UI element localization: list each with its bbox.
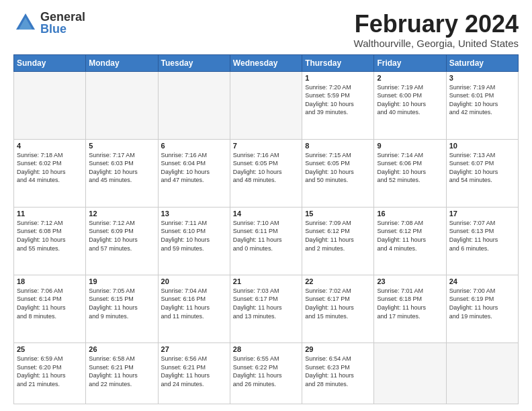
day-info: Sunrise: 6:59 AMSunset: 6:20 PMDaylight:… xyxy=(17,355,83,388)
calendar-cell: 6Sunrise: 7:16 AMSunset: 6:04 PMDaylight… xyxy=(158,139,230,207)
day-info: Sunrise: 7:17 AMSunset: 6:03 PMDaylight:… xyxy=(89,151,154,185)
calendar-cell: 29Sunrise: 6:54 AMSunset: 6:23 PMDayligh… xyxy=(302,342,374,404)
calendar-cell: 11Sunrise: 7:12 AMSunset: 6:08 PMDayligh… xyxy=(14,207,86,275)
day-info: Sunrise: 7:03 AMSunset: 6:17 PMDaylight:… xyxy=(233,287,299,320)
day-info: Sunrise: 7:04 AMSunset: 6:16 PMDaylight:… xyxy=(161,287,227,320)
logo-general-label: General xyxy=(40,11,85,23)
day-number: 15 xyxy=(305,210,371,218)
day-number: 29 xyxy=(305,345,371,353)
calendar-cell xyxy=(374,342,446,404)
day-number: 16 xyxy=(377,210,443,218)
calendar-cell: 7Sunrise: 7:16 AMSunset: 6:05 PMDaylight… xyxy=(230,139,302,207)
day-info: Sunrise: 7:14 AMSunset: 6:06 PMDaylight:… xyxy=(377,151,443,185)
day-info: Sunrise: 7:09 AMSunset: 6:12 PMDaylight:… xyxy=(305,219,371,253)
header: General Blue February 2024 Walthourville… xyxy=(13,11,519,49)
week-row-0: 1Sunrise: 7:20 AMSunset: 5:59 PMDaylight… xyxy=(14,71,519,139)
calendar-cell xyxy=(230,71,302,139)
day-number: 5 xyxy=(89,142,154,150)
weekday-header-monday: Monday xyxy=(86,54,158,71)
day-number: 25 xyxy=(17,345,83,353)
day-number: 4 xyxy=(17,142,83,150)
calendar-cell: 27Sunrise: 6:56 AMSunset: 6:21 PMDayligh… xyxy=(158,342,230,404)
week-row-4: 25Sunrise: 6:59 AMSunset: 6:20 PMDayligh… xyxy=(14,342,519,404)
calendar-cell: 24Sunrise: 7:00 AMSunset: 6:19 PMDayligh… xyxy=(446,275,518,342)
day-info: Sunrise: 6:58 AMSunset: 6:21 PMDaylight:… xyxy=(89,355,154,388)
logo-icon xyxy=(13,11,38,35)
weekday-header-tuesday: Tuesday xyxy=(158,54,230,71)
day-number: 2 xyxy=(377,74,443,82)
logo: General Blue xyxy=(13,11,85,35)
calendar-cell: 13Sunrise: 7:11 AMSunset: 6:10 PMDayligh… xyxy=(158,207,230,275)
day-info: Sunrise: 7:10 AMSunset: 6:11 PMDaylight:… xyxy=(233,219,299,253)
calendar-cell: 18Sunrise: 7:06 AMSunset: 6:14 PMDayligh… xyxy=(14,275,86,342)
weekday-header-row: SundayMondayTuesdayWednesdayThursdayFrid… xyxy=(14,54,519,71)
day-number: 12 xyxy=(89,210,154,218)
calendar-cell: 12Sunrise: 7:12 AMSunset: 6:09 PMDayligh… xyxy=(86,207,158,275)
page: General Blue February 2024 Walthourville… xyxy=(0,0,532,411)
calendar-cell xyxy=(14,71,86,139)
day-number: 26 xyxy=(89,345,154,353)
weekday-header-friday: Friday xyxy=(374,54,446,71)
day-info: Sunrise: 7:02 AMSunset: 6:17 PMDaylight:… xyxy=(305,287,371,320)
title-block: February 2024 Walthourville, Georgia, Un… xyxy=(354,11,519,49)
day-info: Sunrise: 7:20 AMSunset: 5:59 PMDaylight:… xyxy=(305,83,371,117)
day-number: 1 xyxy=(305,74,371,82)
day-number: 20 xyxy=(161,277,227,285)
day-info: Sunrise: 7:01 AMSunset: 6:18 PMDaylight:… xyxy=(377,287,443,320)
week-row-3: 18Sunrise: 7:06 AMSunset: 6:14 PMDayligh… xyxy=(14,275,519,342)
calendar-cell: 9Sunrise: 7:14 AMSunset: 6:06 PMDaylight… xyxy=(374,139,446,207)
day-number: 21 xyxy=(233,277,299,285)
week-row-2: 11Sunrise: 7:12 AMSunset: 6:08 PMDayligh… xyxy=(14,207,519,275)
day-number: 8 xyxy=(305,142,371,150)
day-info: Sunrise: 7:19 AMSunset: 6:01 PMDaylight:… xyxy=(449,83,515,117)
calendar-table: SundayMondayTuesdayWednesdayThursdayFrid… xyxy=(13,54,519,404)
day-info: Sunrise: 6:55 AMSunset: 6:22 PMDaylight:… xyxy=(233,355,299,388)
calendar-cell: 2Sunrise: 7:19 AMSunset: 6:00 PMDaylight… xyxy=(374,71,446,139)
day-info: Sunrise: 7:16 AMSunset: 6:04 PMDaylight:… xyxy=(161,151,227,185)
calendar-cell: 20Sunrise: 7:04 AMSunset: 6:16 PMDayligh… xyxy=(158,275,230,342)
day-number: 11 xyxy=(17,210,83,218)
logo-text: General Blue xyxy=(40,11,85,35)
day-info: Sunrise: 7:12 AMSunset: 6:09 PMDaylight:… xyxy=(89,219,154,253)
weekday-header-sunday: Sunday xyxy=(14,54,86,71)
day-info: Sunrise: 7:12 AMSunset: 6:08 PMDaylight:… xyxy=(17,219,83,253)
day-number: 23 xyxy=(377,277,443,285)
calendar-cell: 15Sunrise: 7:09 AMSunset: 6:12 PMDayligh… xyxy=(302,207,374,275)
day-number: 18 xyxy=(17,277,83,285)
logo-blue-label: Blue xyxy=(40,23,85,35)
calendar-cell: 4Sunrise: 7:18 AMSunset: 6:02 PMDaylight… xyxy=(14,139,86,207)
day-info: Sunrise: 7:19 AMSunset: 6:00 PMDaylight:… xyxy=(377,83,443,117)
day-info: Sunrise: 7:07 AMSunset: 6:13 PMDaylight:… xyxy=(449,219,515,253)
day-info: Sunrise: 7:08 AMSunset: 6:12 PMDaylight:… xyxy=(377,219,443,253)
day-info: Sunrise: 6:54 AMSunset: 6:23 PMDaylight:… xyxy=(305,355,371,388)
day-info: Sunrise: 7:16 AMSunset: 6:05 PMDaylight:… xyxy=(233,151,299,185)
calendar-cell: 10Sunrise: 7:13 AMSunset: 6:07 PMDayligh… xyxy=(446,139,518,207)
day-info: Sunrise: 7:05 AMSunset: 6:15 PMDaylight:… xyxy=(89,287,154,320)
day-number: 9 xyxy=(377,142,443,150)
weekday-header-thursday: Thursday xyxy=(302,54,374,71)
week-row-1: 4Sunrise: 7:18 AMSunset: 6:02 PMDaylight… xyxy=(14,139,519,207)
weekday-header-wednesday: Wednesday xyxy=(230,54,302,71)
day-number: 14 xyxy=(233,210,299,218)
day-info: Sunrise: 7:06 AMSunset: 6:14 PMDaylight:… xyxy=(17,287,83,320)
day-info: Sunrise: 6:56 AMSunset: 6:21 PMDaylight:… xyxy=(161,355,227,388)
day-number: 22 xyxy=(305,277,371,285)
month-title: February 2024 xyxy=(354,11,519,38)
day-info: Sunrise: 7:15 AMSunset: 6:05 PMDaylight:… xyxy=(305,151,371,185)
day-info: Sunrise: 7:18 AMSunset: 6:02 PMDaylight:… xyxy=(17,151,83,185)
calendar-cell xyxy=(446,342,518,404)
location: Walthourville, Georgia, United States xyxy=(354,38,519,49)
calendar-cell: 8Sunrise: 7:15 AMSunset: 6:05 PMDaylight… xyxy=(302,139,374,207)
calendar-cell: 21Sunrise: 7:03 AMSunset: 6:17 PMDayligh… xyxy=(230,275,302,342)
calendar-cell: 3Sunrise: 7:19 AMSunset: 6:01 PMDaylight… xyxy=(446,71,518,139)
day-number: 7 xyxy=(233,142,299,150)
calendar-cell xyxy=(86,71,158,139)
day-number: 10 xyxy=(449,142,515,150)
calendar-cell: 5Sunrise: 7:17 AMSunset: 6:03 PMDaylight… xyxy=(86,139,158,207)
day-number: 6 xyxy=(161,142,227,150)
calendar-cell: 16Sunrise: 7:08 AMSunset: 6:12 PMDayligh… xyxy=(374,207,446,275)
day-info: Sunrise: 7:11 AMSunset: 6:10 PMDaylight:… xyxy=(161,219,227,253)
calendar-cell: 28Sunrise: 6:55 AMSunset: 6:22 PMDayligh… xyxy=(230,342,302,404)
day-number: 17 xyxy=(449,210,515,218)
day-number: 28 xyxy=(233,345,299,353)
